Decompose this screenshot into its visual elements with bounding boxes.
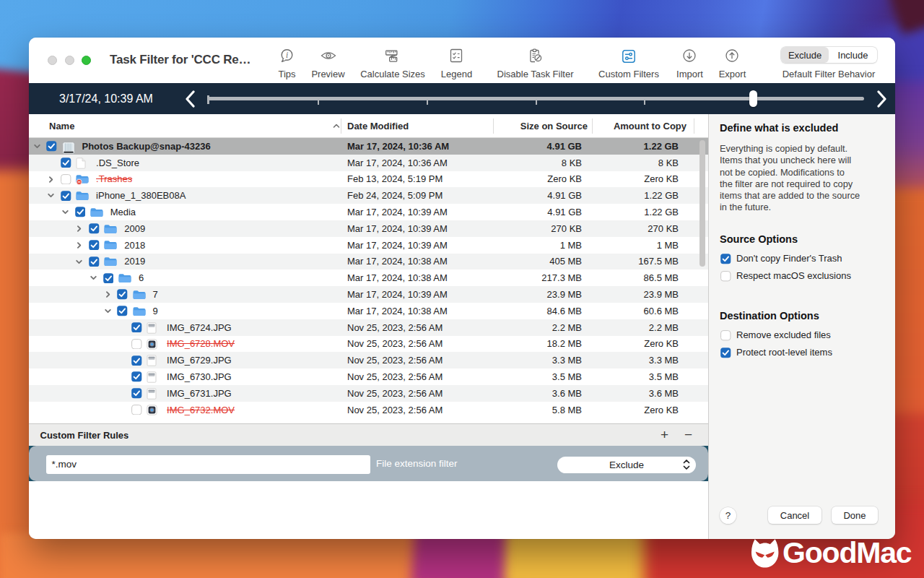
svg-text:GoodMac: GoodMac [783, 536, 912, 569]
